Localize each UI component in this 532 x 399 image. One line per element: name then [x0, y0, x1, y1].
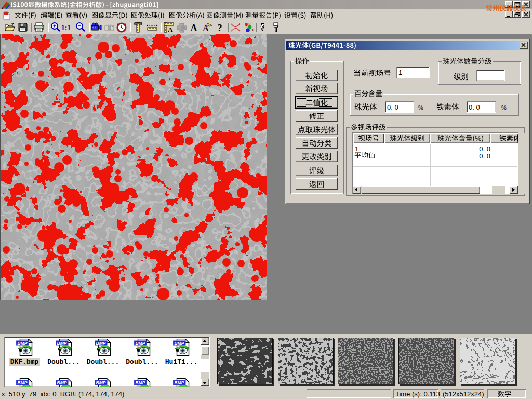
svg-text:1:1: 1:1 [61, 24, 71, 32]
svg-text:2: 2 [248, 22, 251, 26]
svg-text:A: A [168, 25, 173, 33]
svg-text:?: ? [217, 22, 222, 33]
svg-text:A: A [191, 23, 197, 33]
svg-text:3: 3 [251, 28, 254, 32]
